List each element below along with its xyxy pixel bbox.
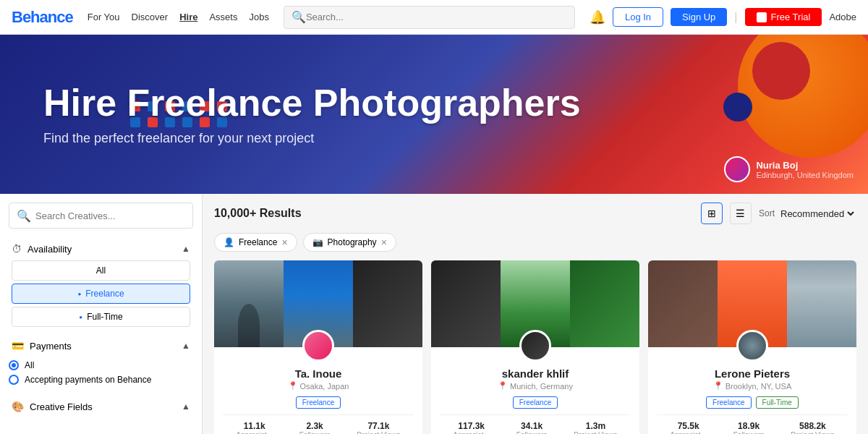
stat-project-views: 77.1k Project Views	[357, 421, 400, 434]
hero-banner: Hire Freelance Photographers Find the pe…	[0, 35, 868, 194]
photography-remove-icon[interactable]: ×	[381, 237, 387, 248]
results-section: 10,000+ Results ⊞ ☰ Sort Recommended Mos…	[203, 194, 868, 434]
freelance-tag-icon: 👤	[224, 237, 234, 247]
card-image-1	[214, 260, 284, 347]
payments-options: All Accepting payments on Behance	[9, 357, 193, 388]
fulltime-badge: Full-Time	[756, 396, 799, 409]
stat-appreciations: 75.5k Appreciat...	[670, 421, 707, 434]
fulltime-button[interactable]: Full-Time	[12, 307, 190, 327]
card-avatar-wrap	[519, 330, 551, 362]
availability-options: All Freelance Full-Time	[9, 260, 193, 327]
logo[interactable]: Behance	[12, 8, 73, 27]
nav-jobs[interactable]: Jobs	[249, 12, 268, 22]
sort-select[interactable]: Recommended Most Popular Newest	[778, 208, 856, 220]
list-view-button[interactable]: ☰	[730, 203, 752, 224]
avatar	[736, 330, 768, 362]
nav-hire[interactable]: Hire	[179, 12, 197, 22]
creative-card[interactable]: Lerone Pieters 📍 Brooklyn, NY, USA Freel…	[648, 260, 856, 434]
card-avatar-wrap	[302, 330, 334, 362]
stat-appreciations: 117.3k Appreciat...	[453, 421, 490, 434]
results-header: 10,000+ Results ⊞ ☰ Sort Recommended Mos…	[214, 203, 856, 224]
active-filters: 👤 Freelance × 📷 Photography ×	[214, 233, 856, 252]
payments-header[interactable]: 💳 Payments ▲	[9, 334, 193, 357]
sidebar-search-input[interactable]	[35, 210, 185, 221]
signup-button[interactable]: Sign Up	[671, 8, 727, 26]
sidebar-search[interactable]: 🔍	[9, 203, 193, 229]
stat-followers: 34.1k Followers	[516, 421, 548, 434]
main-content: 🔍 ⏱ Availability ▲ All Freelance Full-Ti…	[0, 194, 868, 434]
location-icon: 📍	[288, 381, 298, 391]
card-tags: Freelance	[223, 396, 414, 409]
card-avatar-wrap	[736, 330, 768, 362]
availability-filter: ⏱ Availability ▲ All Freelance Full-Time	[9, 237, 193, 327]
grid-view-button[interactable]: ⊞	[701, 203, 723, 224]
nav-for-you[interactable]: For You	[88, 12, 120, 22]
location-icon: 📍	[498, 381, 508, 391]
all-availability-button[interactable]: All	[12, 260, 190, 281]
results-count: 10,000+ Results	[214, 207, 302, 220]
hero-user-name: Nuria Boj	[756, 160, 854, 171]
payments-icon: 💳	[12, 340, 24, 352]
card-image-1	[431, 260, 501, 347]
creative-fields-header[interactable]: 🎨 Creative Fields ▲	[9, 395, 193, 418]
card-tags: Freelance Full-Time	[657, 396, 848, 409]
nav-search-bar[interactable]: 🔍	[284, 6, 575, 29]
creative-fields-label: Creative Fields	[30, 401, 93, 412]
hero-user: Nuria Boj Edinburgh, United Kingdom	[724, 156, 854, 182]
availability-header[interactable]: ⏱ Availability ▲	[9, 237, 193, 260]
hero-text: Hire Freelance Photographers Find the pe…	[43, 82, 581, 146]
cards-grid: Ta. Inoue 📍 Osaka, Japan Freelance 11.1k…	[214, 260, 856, 434]
sidebar: 🔍 ⏱ Availability ▲ All Freelance Full-Ti…	[0, 194, 203, 434]
adobe-logo: Adobe	[829, 12, 856, 22]
nav-right: 🔔 Log In Sign Up | Free Trial Adobe	[590, 7, 856, 27]
freelance-button[interactable]: Freelance	[12, 284, 190, 304]
login-button[interactable]: Log In	[613, 7, 663, 27]
creative-card[interactable]: Ta. Inoue 📍 Osaka, Japan Freelance 11.1k…	[214, 260, 422, 434]
freelance-badge: Freelance	[296, 396, 341, 409]
availability-icon: ⏱	[12, 243, 22, 255]
freelance-filter-tag[interactable]: 👤 Freelance ×	[214, 233, 297, 252]
hero-user-location: Edinburgh, United Kingdom	[756, 171, 854, 179]
creative-chevron-up-icon: ▲	[182, 401, 190, 412]
hero-title: Hire Freelance Photographers	[43, 82, 581, 124]
payments-label: Payments	[30, 341, 72, 352]
radio-filled-icon	[9, 360, 19, 370]
search-input[interactable]	[306, 12, 567, 22]
card-location: 📍 Osaka, Japan	[223, 381, 414, 391]
accepting-payments-option[interactable]: Accepting payments on Behance	[9, 375, 193, 385]
avatar	[724, 156, 750, 182]
photography-filter-tag[interactable]: 📷 Photography ×	[303, 233, 396, 252]
freelance-badge: Freelance	[513, 396, 558, 409]
hero-subtitle: Find the perfect freelancer for your nex…	[43, 131, 581, 146]
nav-assets[interactable]: Assets	[209, 12, 237, 22]
card-location: 📍 Munich, Germany	[440, 381, 631, 391]
stat-project-views: 588.2k Project Views	[791, 421, 834, 434]
freelance-remove-icon[interactable]: ×	[281, 237, 287, 248]
freetrial-button[interactable]: Free Trial	[745, 8, 822, 26]
card-stats: 75.5k Appreciat... 18.9k Followers 588.2…	[657, 414, 848, 434]
freetrial-label: Free Trial	[771, 12, 811, 22]
payments-chevron-up-icon: ▲	[182, 341, 190, 351]
chevron-up-icon: ▲	[182, 244, 190, 254]
all-payments-option[interactable]: All	[9, 360, 193, 370]
notification-button[interactable]: 🔔	[590, 9, 605, 25]
stat-followers: 18.9k Followers	[733, 421, 765, 434]
freelance-badge: Freelance	[706, 396, 751, 409]
adobe-icon	[757, 12, 767, 22]
hero-user-info: Nuria Boj Edinburgh, United Kingdom	[756, 160, 854, 179]
radio-empty-icon	[9, 375, 19, 385]
card-images	[648, 260, 856, 347]
creative-fields-filter: 🎨 Creative Fields ▲	[9, 395, 193, 418]
divider: |	[734, 11, 737, 24]
nav-discover[interactable]: Discover	[132, 12, 169, 22]
card-stats: 117.3k Appreciat... 34.1k Followers 1.3m…	[440, 414, 631, 434]
creative-card[interactable]: skander khlif 📍 Munich, Germany Freelanc…	[431, 260, 639, 434]
location-icon: 📍	[713, 381, 723, 391]
all-payments-label: All	[25, 360, 34, 370]
stat-appreciations: 11.1k Appreciat...	[236, 421, 273, 434]
card-name: Ta. Inoue	[223, 367, 414, 380]
payments-filter: 💳 Payments ▲ All Accepting payments on B…	[9, 334, 193, 388]
photography-tag-label: Photography	[328, 237, 377, 247]
photography-tag-icon: 📷	[312, 237, 323, 247]
navbar: Behance For You Discover Hire Assets Job…	[0, 0, 868, 35]
